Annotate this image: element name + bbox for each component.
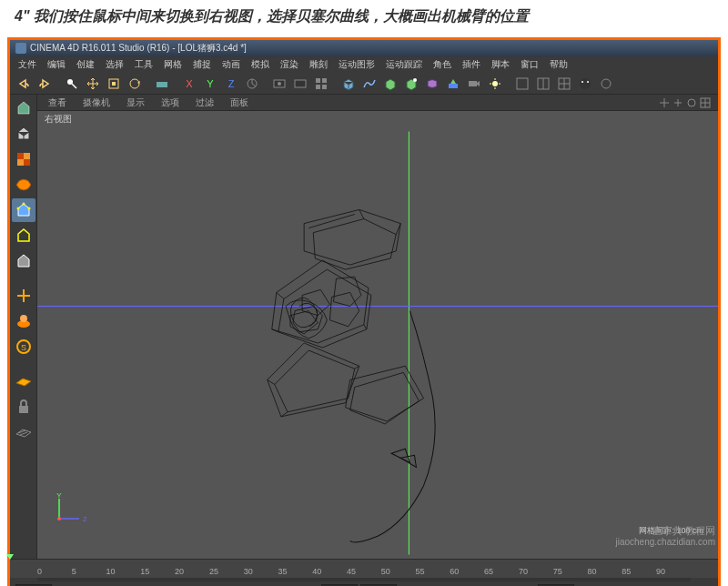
render-settings[interactable] — [290, 75, 310, 93]
menu-select[interactable]: 选择 — [101, 58, 128, 71]
vp-tab-options[interactable]: 选项 — [157, 96, 183, 109]
snap-toggle[interactable]: S — [12, 335, 35, 359]
menu-mesh[interactable]: 网格 — [159, 58, 187, 71]
vp-zoom-icon[interactable] — [672, 97, 683, 108]
enable-axis[interactable] — [12, 284, 35, 308]
vp-pan-icon[interactable] — [659, 97, 670, 108]
workplane[interactable] — [12, 369, 35, 393]
viewport-label: 右视图 — [37, 111, 718, 127]
svg-text:Y: Y — [56, 491, 62, 500]
svg-rect-31 — [17, 153, 24, 159]
viewport-solo[interactable] — [12, 309, 35, 333]
move-tool[interactable] — [83, 75, 103, 93]
svg-rect-4 — [157, 82, 167, 87]
redo-button[interactable] — [35, 75, 55, 93]
bottom-bar: ⇤ ◁◁ ◁ ◀ ▶ ▷ ▷▷ ⇥ — [10, 581, 718, 586]
small-shapes — [391, 449, 416, 467]
menu-mograph[interactable]: 运动图形 — [334, 58, 379, 71]
ruler-tick: 45 — [347, 567, 356, 576]
recent-tool[interactable] — [152, 75, 172, 93]
bezier-curve — [350, 311, 435, 542]
viewport-3d[interactable]: Y Z 网格间距: 100 cm — [37, 127, 718, 559]
vp-tab-camera[interactable]: 摄像机 — [79, 96, 114, 109]
texture-mode[interactable] — [12, 147, 35, 171]
menu-create[interactable]: 创建 — [72, 58, 99, 71]
menu-render[interactable]: 渲染 — [276, 58, 303, 71]
layout-3[interactable] — [554, 75, 574, 93]
picture-viewer[interactable] — [311, 75, 331, 93]
timeline-ruler[interactable]: 051015202530354045505560657075808590 — [10, 560, 718, 578]
menu-file[interactable]: 文件 — [14, 58, 41, 71]
ruler-tick: 10 — [106, 567, 116, 576]
timeline-cursor[interactable] — [6, 554, 14, 560]
point-mode[interactable] — [12, 198, 35, 222]
vp-tab-display[interactable]: 显示 — [123, 96, 148, 109]
ruler-tick: 0 — [37, 567, 42, 576]
polygon-mode[interactable] — [12, 249, 35, 273]
ruler-tick: 20 — [175, 567, 184, 576]
ruler-tick: 55 — [416, 567, 425, 576]
render-view[interactable] — [269, 75, 289, 93]
main-area: S 查看 摄像机 显示 选项 过滤 面板 右视图 — [10, 95, 718, 559]
menu-tracker[interactable]: 运动跟踪 — [381, 58, 427, 71]
ruler-tick: 75 — [553, 567, 562, 576]
layout-2[interactable] — [533, 75, 553, 93]
menu-simulate[interactable]: 模拟 — [247, 58, 274, 71]
edge-mode[interactable] — [12, 224, 35, 248]
vp-rotate-icon[interactable] — [686, 97, 697, 108]
axis-lock-x[interactable]: X — [179, 75, 199, 93]
svg-text:Z: Z — [228, 78, 235, 89]
uv-mode[interactable] — [12, 173, 35, 197]
spline-pen[interactable] — [359, 75, 379, 93]
menu-help[interactable]: 帮助 — [545, 58, 572, 71]
svg-rect-13 — [322, 78, 327, 83]
rotate-tool[interactable] — [125, 75, 145, 93]
svg-rect-17 — [449, 84, 458, 88]
model-mode[interactable] — [12, 122, 35, 146]
menu-script[interactable]: 脚本 — [487, 58, 514, 71]
generator-array[interactable] — [401, 75, 421, 93]
scale-tool[interactable] — [104, 75, 124, 93]
ruler-tick: 5 — [72, 567, 76, 576]
axis-lock-y[interactable]: Y — [200, 75, 220, 93]
vp-tab-panel[interactable]: 面板 — [227, 96, 252, 109]
menu-tools[interactable]: 工具 — [130, 58, 157, 71]
vp-layout-icon[interactable] — [700, 97, 711, 108]
menu-snap[interactable]: 捕捉 — [188, 58, 216, 71]
svg-rect-40 — [19, 406, 28, 413]
generator-nurbs[interactable] — [380, 75, 400, 93]
coord-system[interactable] — [242, 75, 262, 93]
make-editable[interactable] — [12, 96, 35, 120]
menu-window[interactable]: 窗口 — [516, 58, 543, 71]
axis-lock-z[interactable]: Z — [221, 75, 241, 93]
planar-workplane[interactable] — [12, 420, 35, 444]
undo-button[interactable] — [14, 75, 34, 93]
deformer[interactable] — [422, 75, 442, 93]
timeline-track[interactable] — [37, 578, 691, 581]
vp-tab-filter[interactable]: 过滤 — [192, 96, 217, 109]
menu-plugins[interactable]: 插件 — [458, 58, 485, 71]
window-title: CINEMA 4D R16.011 Studio (R16) - [LOL猪狮3… — [30, 42, 247, 55]
layout-1[interactable] — [512, 75, 532, 93]
environment[interactable] — [443, 75, 463, 93]
menubar: 文件 编辑 创建 选择 工具 网格 捕捉 动画 模拟 渲染 雕刻 运动图形 运动… — [10, 56, 718, 73]
layout-4[interactable] — [575, 75, 595, 93]
layout-5[interactable] — [596, 75, 616, 93]
svg-point-26 — [580, 78, 591, 89]
svg-rect-18 — [469, 81, 477, 86]
svg-text:S: S — [21, 343, 26, 352]
primitive-cube[interactable] — [339, 75, 359, 93]
svg-rect-11 — [295, 80, 306, 87]
menu-sculpt[interactable]: 雕刻 — [305, 58, 332, 71]
titlebar: CINEMA 4D R16.011 Studio (R16) - [LOL猪狮3… — [10, 40, 718, 56]
select-tool[interactable] — [62, 75, 82, 93]
menu-character[interactable]: 角色 — [429, 58, 456, 71]
menu-animate[interactable]: 动画 — [217, 58, 245, 71]
menu-edit[interactable]: 编辑 — [43, 58, 70, 71]
svg-rect-32 — [24, 159, 30, 166]
light[interactable] — [485, 75, 505, 93]
camera[interactable] — [464, 75, 484, 93]
app-window: CINEMA 4D R16.011 Studio (R16) - [LOL猪狮3… — [7, 37, 721, 586]
vp-tab-view[interactable]: 查看 — [45, 96, 70, 109]
locked-workplane[interactable] — [12, 395, 35, 419]
